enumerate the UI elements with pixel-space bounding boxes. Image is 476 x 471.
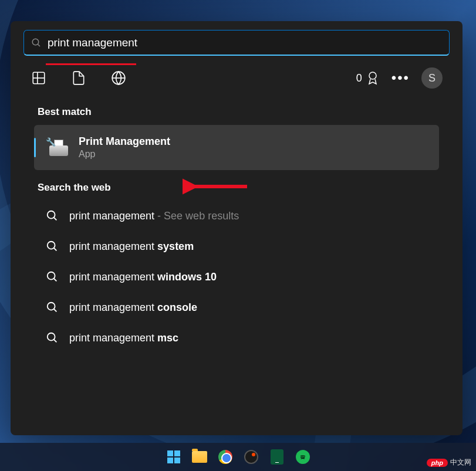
web-result-text: print management system	[69, 240, 194, 253]
search-icon	[46, 301, 59, 314]
web-result-item[interactable]: print management msc	[34, 323, 439, 353]
search-icon	[46, 209, 59, 222]
watermark: php 中文网	[427, 458, 471, 467]
svg-line-17	[54, 340, 57, 343]
spotify-icon[interactable]	[294, 448, 312, 466]
svg-point-7	[369, 72, 376, 79]
web-result-text: print management - See web results	[69, 210, 239, 222]
svg-line-9	[54, 218, 57, 221]
svg-point-16	[48, 333, 55, 341]
web-results-list: print management - See web resultsprint …	[11, 201, 463, 353]
search-input[interactable]	[48, 36, 442, 49]
phone-link-icon[interactable]	[268, 448, 286, 466]
best-match-heading: Best match	[11, 94, 463, 125]
rewards-badge[interactable]: 0	[356, 71, 380, 85]
search-icon	[31, 38, 42, 48]
svg-point-0	[32, 39, 39, 45]
best-match-title: Print Management	[79, 135, 170, 148]
search-box[interactable]	[23, 30, 450, 56]
rewards-count: 0	[356, 72, 362, 84]
web-result-text: print management console	[69, 301, 197, 314]
filter-documents-icon[interactable]	[70, 70, 87, 86]
search-icon	[46, 331, 59, 344]
web-result-text: print management msc	[69, 332, 178, 344]
web-result-item[interactable]: print management console	[34, 292, 439, 323]
search-icon	[46, 270, 59, 283]
filter-apps-icon[interactable]	[31, 70, 47, 86]
web-result-item[interactable]: print management windows 10	[34, 262, 439, 292]
filter-web-icon[interactable]	[110, 70, 127, 86]
svg-point-10	[48, 242, 55, 249]
web-result-item[interactable]: print management system	[34, 231, 439, 262]
search-icon	[46, 240, 59, 253]
svg-point-12	[48, 272, 55, 280]
web-section-heading: Search the web	[11, 170, 463, 201]
start-search-panel: 0 ••• S Best match 🔧 Print Management Ap…	[11, 21, 463, 435]
web-result-item[interactable]: print management - See web results	[34, 201, 439, 231]
taskbar	[0, 443, 476, 471]
more-button[interactable]: •••	[391, 70, 410, 86]
svg-line-1	[38, 44, 40, 46]
filter-row: 0 ••• S	[11, 56, 463, 94]
best-match-result[interactable]: 🔧 Print Management App	[34, 125, 439, 170]
chrome-icon[interactable]	[217, 448, 234, 466]
annotation-underline	[46, 63, 136, 65]
user-avatar[interactable]: S	[421, 67, 443, 89]
obs-icon[interactable]	[242, 448, 260, 466]
svg-point-8	[48, 211, 55, 219]
medal-icon	[366, 71, 380, 85]
svg-line-13	[54, 279, 57, 282]
svg-point-14	[48, 303, 55, 310]
print-management-icon: 🔧	[48, 137, 69, 158]
file-explorer-icon[interactable]	[191, 448, 208, 466]
web-result-text: print management windows 10	[69, 271, 217, 283]
best-match-subtitle: App	[79, 149, 170, 160]
svg-line-11	[54, 248, 57, 251]
svg-line-15	[54, 309, 57, 312]
start-button[interactable]	[165, 448, 183, 466]
